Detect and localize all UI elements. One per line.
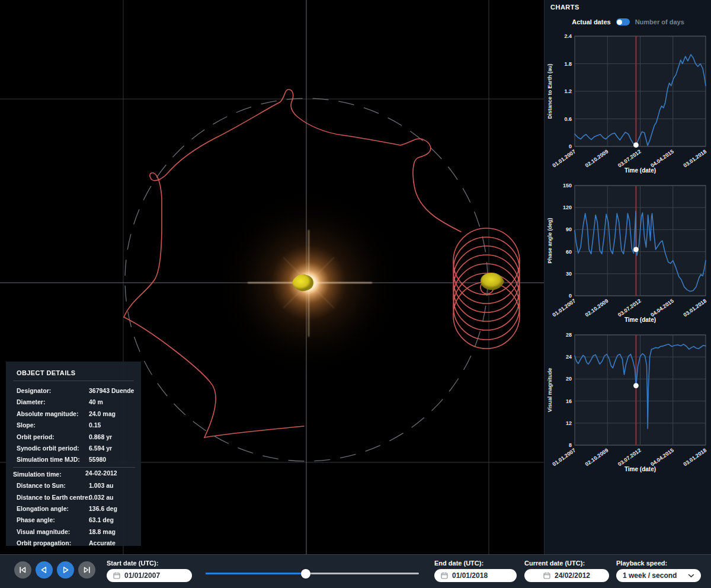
svg-text:Time (date): Time (date) — [624, 466, 656, 472]
chevron-down-icon — [688, 574, 694, 578]
play-backward-icon — [40, 565, 49, 574]
detail-label: Phase angle: — [17, 516, 55, 523]
detail-value: 0.15 — [89, 420, 101, 431]
svg-text:04.04.2015: 04.04.2015 — [649, 148, 675, 168]
skip-to-start-icon — [18, 565, 27, 574]
svg-text:24: 24 — [566, 354, 572, 360]
detail-row: Phase angle:63.1 deg — [17, 514, 135, 526]
current-date-value: 24/02/2012 — [555, 571, 590, 580]
svg-text:60: 60 — [566, 249, 572, 255]
skip-to-start-button[interactable] — [14, 561, 31, 579]
svg-text:03.01.2018: 03.01.2018 — [683, 148, 708, 168]
earth-icon — [481, 273, 504, 290]
svg-text:120: 120 — [563, 204, 572, 210]
charts-panel-title: CHARTS — [545, 0, 711, 11]
end-date-input[interactable]: 01/01/2018 — [434, 569, 517, 582]
detail-row: Elongation angle:136.6 deg — [17, 503, 135, 514]
detail-value: 55980 — [89, 454, 106, 465]
current-value-dot — [633, 247, 639, 252]
detail-row: Diameter:40 m — [17, 397, 135, 408]
svg-text:1.8: 1.8 — [564, 61, 572, 67]
svg-text:01.01.2007: 01.01.2007 — [552, 447, 577, 467]
detail-value: 0.868 yr — [89, 432, 112, 443]
svg-text:02.10.2009: 02.10.2009 — [584, 298, 610, 318]
detail-row: Simulation time:24-02-2012 — [13, 467, 135, 480]
timeline-slider[interactable] — [206, 569, 419, 579]
playback-speed-select[interactable]: 1 week / second — [616, 569, 701, 582]
svg-text:12: 12 — [566, 420, 572, 426]
start-date-value: 01/01/2007 — [124, 571, 160, 580]
detail-label: Absolute magnitude: — [17, 410, 78, 417]
play-backward-button[interactable] — [36, 561, 53, 579]
svg-text:Distance to Earth (au): Distance to Earth (au) — [547, 63, 553, 119]
current-value-dot — [633, 383, 639, 388]
end-date-value: 01/01/2018 — [452, 571, 488, 580]
svg-text:03.01.2018: 03.01.2018 — [683, 298, 708, 318]
chart-visual-magnitude[interactable]: 8121620242801.01.200702.10.200903.07.201… — [545, 330, 711, 480]
current-date-label: Current date (UTC): — [524, 560, 609, 567]
svg-text:Time (date): Time (date) — [624, 317, 656, 323]
svg-text:Phase angle (deg): Phase angle (deg) — [547, 218, 553, 263]
detail-value: 63.1 deg — [89, 514, 114, 526]
skip-to-end-button[interactable] — [78, 561, 95, 579]
current-date-group: Current date (UTC): 24/02/2012 — [524, 560, 609, 582]
svg-text:0: 0 — [569, 293, 572, 299]
detail-value: Accurate — [89, 538, 116, 549]
end-date-group: End date (UTC): 01/01/2018 — [434, 560, 517, 582]
svg-text:04.04.2015: 04.04.2015 — [649, 447, 675, 467]
detail-row: Distance to Sun:1.003 au — [17, 480, 135, 491]
skip-to-end-icon — [82, 565, 91, 574]
detail-label: Distance to Sun: — [17, 482, 66, 489]
detail-label: Orbit period: — [17, 433, 55, 440]
detail-row: Simulation time MJD:55980 — [17, 454, 135, 465]
svg-text:28: 28 — [566, 332, 572, 338]
svg-text:01.01.2007: 01.01.2007 — [552, 148, 577, 168]
svg-text:02.10.2009: 02.10.2009 — [584, 447, 610, 467]
detail-value: 18.8 mag — [89, 526, 116, 538]
detail-label: Simulation time MJD: — [17, 456, 80, 463]
detail-value: 24-02-2012 — [85, 468, 117, 479]
playback-speed-group: Playback speed: 1 week / second — [616, 560, 701, 582]
svg-text:Time (date): Time (date) — [624, 167, 656, 174]
svg-text:04.04.2015: 04.04.2015 — [649, 298, 675, 318]
play-forward-icon — [61, 565, 70, 574]
actual-dates-label[interactable]: Actual dates — [572, 18, 610, 25]
playback-speed-value: 1 week / second — [623, 571, 677, 580]
date-mode-toggle[interactable] — [616, 18, 630, 25]
current-date-input[interactable]: 24/02/2012 — [524, 569, 609, 582]
detail-label: Distance to Earth centre: — [17, 494, 90, 501]
svg-text:03.07.2012: 03.07.2012 — [617, 148, 642, 168]
chart-phase-angle[interactable]: 030609012015001.01.200702.10.200903.07.2… — [545, 181, 711, 330]
object-details-panel: OBJECT DETAILS Designator:367943 DuendeD… — [6, 362, 141, 546]
detail-value: 24.0 mag — [89, 408, 116, 420]
play-forward-button[interactable] — [57, 561, 74, 579]
current-value-dot — [633, 142, 639, 148]
svg-text:16: 16 — [566, 398, 572, 404]
svg-text:01.01.2007: 01.01.2007 — [552, 298, 577, 318]
calendar-icon — [543, 572, 550, 579]
detail-label: Diameter: — [17, 398, 45, 405]
detail-value: 367943 Duende — [89, 385, 134, 397]
detail-row: Slope:0.15 — [17, 420, 135, 431]
slider-thumb[interactable] — [301, 569, 310, 579]
detail-value: 6.594 yr — [89, 443, 112, 454]
detail-row: Visual magnitude:18.8 mag — [17, 526, 135, 538]
detail-value: 40 m — [89, 397, 103, 408]
detail-label: Slope: — [17, 421, 36, 429]
svg-text:30: 30 — [566, 271, 572, 277]
start-date-input[interactable]: 01/01/2007 — [107, 569, 192, 582]
object-details-rows: Designator:367943 DuendeDiameter:40 mAbs… — [6, 381, 141, 549]
svg-text:0.6: 0.6 — [564, 116, 572, 122]
svg-text:2.4: 2.4 — [564, 33, 572, 39]
detail-row: Orbit period:0.868 yr — [17, 432, 135, 443]
detail-label: Synodic orbit period: — [17, 445, 79, 452]
charts-container: 00.61.21.82.401.01.200702.10.200903.07.2… — [545, 31, 711, 480]
start-date-group: Start date (UTC): 01/01/2007 — [107, 560, 192, 582]
detail-row: Designator:367943 Duende — [17, 385, 135, 397]
start-date-label: Start date (UTC): — [107, 560, 192, 567]
svg-text:02.10.2009: 02.10.2009 — [584, 148, 610, 168]
end-date-label: End date (UTC): — [434, 560, 517, 567]
svg-text:1.2: 1.2 — [564, 88, 572, 94]
chart-distance-to-earth[interactable]: 00.61.21.82.401.01.200702.10.200903.07.2… — [545, 31, 711, 181]
number-of-days-label[interactable]: Number of days — [635, 18, 684, 25]
